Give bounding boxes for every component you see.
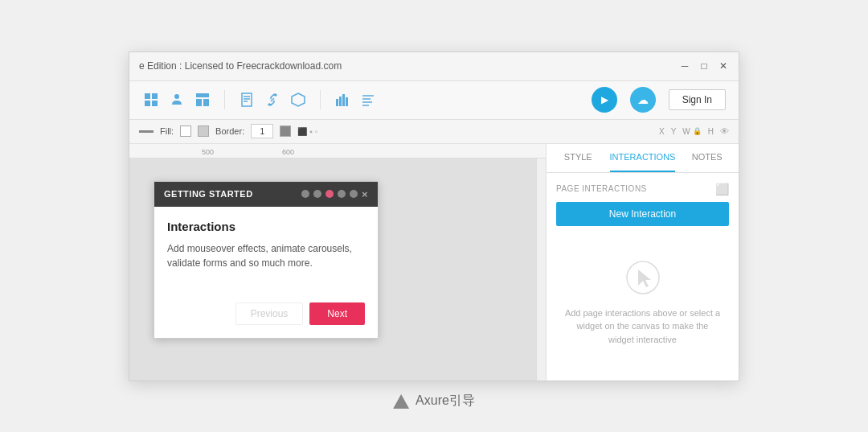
- panel-section-label: PAGE INTERACTIONS ⬜: [556, 183, 729, 195]
- toolbar: ▶ ☁ Sign In: [129, 81, 739, 120]
- cloud-button[interactable]: ☁: [630, 87, 656, 113]
- toolbar-icon-layout[interactable]: [194, 91, 211, 109]
- dialog-header-title: GETTING STARTED: [164, 189, 253, 199]
- title-bar: e Edition : Licensed to Freecrackdownloa…: [129, 52, 739, 81]
- toolbar-icon-link[interactable]: [264, 91, 281, 109]
- y-coord: Y: [671, 127, 677, 136]
- svg-rect-0: [145, 93, 150, 99]
- dialog-dots: ×: [301, 188, 368, 200]
- right-panel: STYLE INTERACTIONS NOTES PAGE INTERACTIO…: [546, 144, 739, 381]
- svg-rect-3: [152, 101, 158, 106]
- dialog-dot-2[interactable]: [313, 190, 321, 198]
- svg-point-4: [174, 94, 179, 99]
- toolbar-icon-page[interactable]: [238, 91, 256, 109]
- svg-rect-5: [196, 93, 209, 97]
- new-interaction-button[interactable]: New Interaction: [556, 202, 729, 226]
- h-coord: H: [708, 127, 714, 136]
- border-input[interactable]: [251, 124, 273, 138]
- svg-rect-8: [242, 93, 252, 106]
- dialog-title: Interactions: [167, 220, 365, 233]
- svg-rect-7: [203, 99, 209, 106]
- align-icons: ⬛ ▪ ▫: [297, 127, 317, 136]
- cursor-icon: [624, 258, 662, 297]
- dialog-dot-3[interactable]: [326, 190, 334, 198]
- align-right-icon[interactable]: ▫: [315, 127, 318, 136]
- svg-rect-14: [336, 99, 338, 106]
- dialog-body: Interactions Add mouseover effects, anim…: [154, 207, 378, 296]
- title-bar-text: e Edition : Licensed to Freecrackdownloa…: [139, 60, 342, 72]
- dialog-close-button[interactable]: ×: [362, 188, 368, 200]
- svg-rect-17: [346, 97, 348, 106]
- toolbar-icon-grid[interactable]: [142, 91, 160, 109]
- canvas-body[interactable]: GETTING STARTED × Interactions Add mous: [129, 158, 546, 381]
- close-button[interactable]: ✕: [718, 60, 729, 72]
- svg-marker-13: [292, 93, 305, 106]
- dialog-dot-1[interactable]: [301, 190, 309, 198]
- toolbar-icon-align[interactable]: [359, 91, 377, 109]
- w-coord: W 🔒: [682, 127, 701, 136]
- svg-rect-16: [342, 94, 345, 106]
- panel-body: PAGE INTERACTIONS ⬜ New Interaction Add …: [547, 173, 739, 381]
- getting-started-dialog: GETTING STARTED × Interactions Add mous: [154, 181, 379, 339]
- dialog-dot-5[interactable]: [350, 190, 358, 198]
- minimize-button[interactable]: ─: [679, 60, 690, 72]
- props-bar: Fill: Border: ⬛ ▪ ▫ X Y W 🔒 H 👁: [129, 120, 739, 144]
- border-color-box[interactable]: [280, 125, 291, 137]
- panel-empty-text: Add page interactions above or select a …: [564, 307, 721, 347]
- tab-interactions[interactable]: INTERACTIONS: [610, 144, 676, 172]
- maximize-button[interactable]: □: [698, 60, 710, 72]
- main-area: 500 600 GETTING STARTED ×: [129, 144, 739, 381]
- dialog-description: Add mouseover effects, animate carousels…: [167, 241, 365, 270]
- canvas-area[interactable]: 500 600 GETTING STARTED ×: [129, 144, 546, 381]
- triangle-icon: [393, 394, 409, 409]
- dialog-prev-button[interactable]: Previous: [235, 302, 304, 325]
- panel-section-icon[interactable]: ⬜: [715, 183, 730, 195]
- canvas-scroll-right[interactable]: [536, 158, 546, 381]
- ruler-mark-500: 500: [202, 148, 214, 156]
- x-coord: X: [659, 127, 665, 136]
- toolbar-icon-component[interactable]: [289, 91, 307, 109]
- fill-box-white[interactable]: [180, 125, 191, 137]
- ruler-horizontal: 500 600: [129, 144, 546, 158]
- fill-box-gray[interactable]: [198, 125, 209, 137]
- fill-label: Fill:: [160, 126, 174, 136]
- panel-empty-area: Add page interactions above or select a …: [556, 242, 729, 363]
- tab-notes[interactable]: NOTES: [675, 144, 739, 172]
- toolbar-icon-group-1: [142, 91, 211, 109]
- ruler-mark-600: 600: [282, 148, 294, 156]
- toolbar-icon-group-3: [334, 91, 377, 109]
- toolbar-sep-2: [320, 90, 321, 109]
- title-bar-controls: ─ □ ✕: [679, 60, 729, 72]
- svg-rect-6: [196, 99, 202, 106]
- sign-in-button[interactable]: Sign In: [669, 89, 726, 110]
- eye-icon[interactable]: 👁: [720, 126, 729, 136]
- align-center-icon[interactable]: ▪: [309, 127, 313, 136]
- dialog-header: GETTING STARTED ×: [154, 182, 378, 207]
- svg-rect-1: [152, 93, 158, 99]
- bottom-label: Axure引导: [393, 393, 475, 409]
- bottom-label-text: Axure引导: [416, 393, 475, 409]
- svg-rect-2: [145, 101, 150, 106]
- dialog-footer: Previous Next: [154, 296, 378, 338]
- svg-rect-15: [339, 97, 342, 106]
- border-label: Border:: [215, 126, 244, 136]
- tab-style[interactable]: STYLE: [547, 144, 610, 172]
- dialog-next-button[interactable]: Next: [309, 302, 365, 325]
- dialog-dot-4[interactable]: [338, 190, 346, 198]
- align-left-icon[interactable]: ⬛: [297, 127, 307, 136]
- toolbar-icon-person[interactable]: [168, 91, 186, 109]
- toolbar-icon-chart[interactable]: [334, 91, 351, 109]
- panel-tabs: STYLE INTERACTIONS NOTES: [547, 144, 739, 173]
- play-button[interactable]: ▶: [592, 87, 617, 113]
- app-window: e Edition : Licensed to Freecrackdownloa…: [129, 51, 739, 381]
- toolbar-sep-1: [224, 90, 225, 109]
- toolbar-icon-group-2: [238, 91, 307, 109]
